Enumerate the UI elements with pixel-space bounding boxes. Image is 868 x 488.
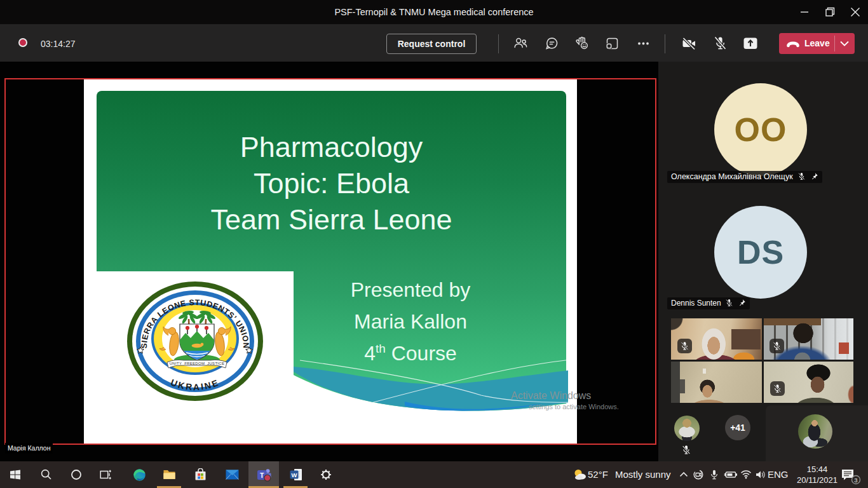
svg-text:T: T <box>260 471 264 479</box>
svg-text:3: 3 <box>854 477 857 484</box>
svg-text:W: W <box>292 471 297 478</box>
